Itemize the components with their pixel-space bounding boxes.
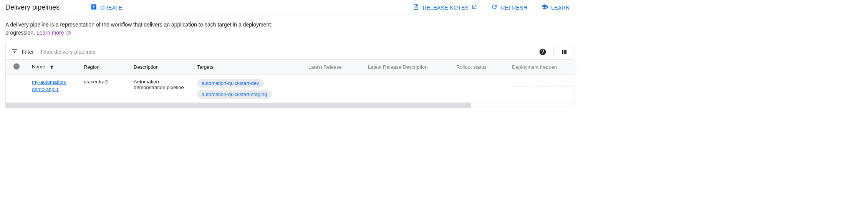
filter-bar: Filter (6, 44, 573, 60)
region-cell: us-central1 (79, 75, 129, 103)
deployment-frequency-placeholder (512, 79, 572, 86)
columns-icon[interactable] (561, 48, 568, 55)
table-header-row: Name Region Description Targets Latest R… (6, 60, 576, 75)
horizontal-scrollbar[interactable] (6, 103, 471, 108)
learn-more-label: Learn more (36, 30, 64, 36)
refresh-icon (491, 3, 498, 12)
filter-icon (11, 48, 18, 56)
column-region[interactable]: Region (79, 60, 129, 75)
target-chip[interactable]: automation-quickstart-staging (197, 90, 272, 99)
release-notes-label: Release Notes (422, 5, 469, 11)
column-latest-release[interactable]: Latest Release (304, 60, 363, 75)
status-cell (6, 75, 27, 103)
description-text: A delivery pipeline is a representation … (5, 21, 287, 37)
description-section: A delivery pipeline is a representation … (0, 15, 292, 44)
column-name-label: Name (32, 64, 45, 70)
plus-icon (90, 3, 97, 12)
learn-icon (541, 3, 548, 12)
column-description[interactable]: Description (129, 60, 192, 75)
description-cell: Automation demonstration pipeline (129, 75, 192, 103)
release-notes-button[interactable]: Release Notes (409, 1, 481, 14)
column-latest-release-description[interactable]: Latest Release Description (363, 60, 452, 75)
pipeline-name-link[interactable]: my-automation-demo-app-1 (32, 79, 75, 93)
status-circle-icon (13, 63, 20, 70)
create-button[interactable]: Create (86, 1, 126, 14)
sort-ascending-icon (49, 64, 55, 70)
help-icon[interactable] (539, 48, 547, 56)
pipelines-table-container: Filter (5, 44, 573, 108)
latest-release-description-cell: — (363, 75, 452, 103)
name-cell: my-automation-demo-app-1 (27, 75, 79, 103)
rollout-status-cell (452, 75, 507, 103)
targets-cell: automation-quickstart-dev automation-qui… (192, 75, 304, 103)
filter-actions (539, 47, 568, 56)
page-header: Delivery pipelines Create Release Notes … (0, 0, 579, 15)
column-targets[interactable]: Targets (192, 60, 304, 75)
filter-label: Filter (22, 49, 34, 55)
column-deployment-frequency[interactable]: Deployment frequen (507, 60, 576, 75)
divider (553, 47, 554, 56)
refresh-label: Refresh (501, 5, 527, 11)
learn-more-link[interactable]: Learn more (36, 30, 71, 36)
target-chip[interactable]: automation-quickstart-dev (197, 79, 264, 88)
targets-list: automation-quickstart-dev automation-qui… (197, 79, 299, 99)
column-rollout-status[interactable]: Rollout status (452, 60, 507, 75)
create-label: Create (100, 5, 122, 11)
external-link-icon (65, 30, 71, 36)
latest-release-cell: — (304, 75, 363, 103)
notes-icon (412, 3, 419, 12)
column-status[interactable] (6, 60, 27, 75)
external-link-icon (472, 4, 477, 11)
learn-label: Learn (551, 5, 570, 11)
pipelines-table: Name Region Description Targets Latest R… (6, 60, 576, 103)
page-title: Delivery pipelines (5, 3, 60, 12)
refresh-button[interactable]: Refresh (487, 1, 531, 14)
deployment-frequency-cell (507, 75, 576, 103)
learn-button[interactable]: Learn (537, 1, 573, 14)
table-row[interactable]: my-automation-demo-app-1 us-central1 Aut… (6, 75, 576, 103)
column-name[interactable]: Name (27, 60, 79, 75)
filter-input[interactable] (41, 49, 539, 55)
